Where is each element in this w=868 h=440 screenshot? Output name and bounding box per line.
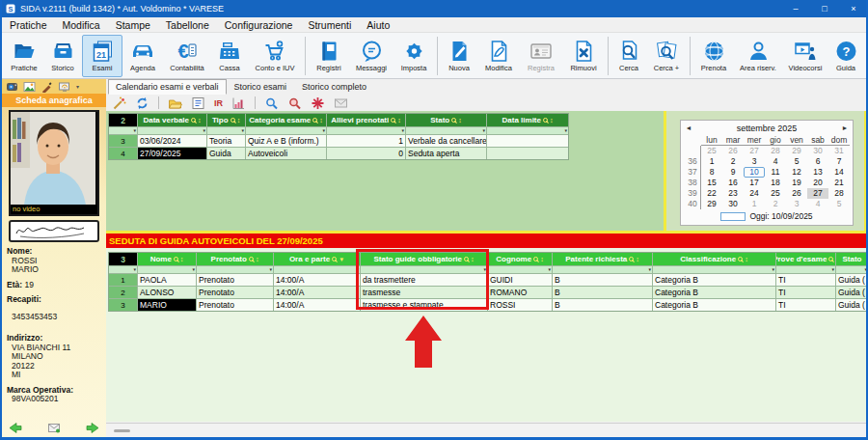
calendar-day[interactable]: 1 [701,156,722,167]
calendar-day[interactable]: 2 [722,156,744,167]
table-cell[interactable]: 03/06/2024 [138,135,206,147]
filter-cell[interactable]: ▾ [487,127,568,134]
search-icon[interactable] [264,96,279,110]
calendar-day[interactable]: 16 [722,178,744,188]
table-cell[interactable]: Guida [207,148,245,159]
calendar-day[interactable]: 30 [722,199,744,209]
chevron-down-icon[interactable]: ▾ [76,83,79,90]
table-cell[interactable]: Guida ( [836,287,868,298]
calendar-day-today[interactable]: 10 [744,167,765,178]
filter-cell[interactable]: ▾ [138,266,196,273]
column-header-data-limite[interactable]: Data limite↕ [487,114,568,126]
toolbar-button-contabilita[interactable]: € Contabilità [163,35,211,77]
tab-storico-esami[interactable]: Storico esami [227,79,295,95]
menu-pratiche[interactable]: Pratiche [2,19,55,31]
signature-pen-icon[interactable] [41,81,53,93]
filter-cell[interactable]: ▾ [327,127,405,134]
table-cell[interactable]: GUIDI [488,274,552,286]
row-count-header[interactable]: 3 [109,253,137,265]
table-cell[interactable] [487,148,568,159]
tab-calendario-esami[interactable]: Calendario esami e verbali [108,79,227,95]
toolbar-button-nuova[interactable]: Nuova [441,35,477,77]
table-cell[interactable]: 14:00/A [274,299,360,311]
table-cell[interactable]: B [553,274,652,286]
toolbar-button-videocorsi[interactable]: Videocorsi [782,35,828,77]
filter-cell[interactable]: ▾ [488,266,552,273]
column-header-tipo[interactable]: Tipo↕ [207,114,245,126]
table-cell[interactable]: TI [776,299,835,311]
toolbar-button-pratiche[interactable]: Pratiche [5,35,43,77]
column-header-cognome[interactable]: Cognome↕ [488,253,552,265]
column-header-prenotato[interactable]: Prenotato↕ [197,253,273,265]
today-label[interactable]: Oggi: 10/09/2025 [749,211,812,221]
filter-cell[interactable]: ▾ [207,127,245,134]
table-cell[interactable]: Categoria B [653,299,775,311]
list-report-icon[interactable] [191,96,205,110]
filter-cell[interactable]: ▾ [361,266,487,273]
column-header-classificazione[interactable]: Classificazione↕ [653,253,775,265]
calendar-day[interactable]: 25 [701,146,722,156]
calendar-day[interactable]: 29 [786,146,807,156]
image-icon[interactable] [23,81,36,93]
wizard-wand-icon[interactable] [112,96,126,110]
maximize-button[interactable]: □ [810,0,839,17]
calendar-day[interactable]: 24 [744,188,765,199]
filter-cell[interactable]: ▾ [109,127,137,134]
ir-report-icon[interactable]: IR [214,98,223,108]
minimize-button[interactable]: – [781,0,810,17]
toolbar-button-messaggi[interactable]: Messaggi [349,35,393,77]
calendar-day[interactable]: 1 [744,199,765,209]
menu-aiuto[interactable]: Aiuto [359,19,397,31]
toolbar-button-conto-iuv[interactable]: Conto e IUV [248,35,302,77]
column-header-allievi-prenotati[interactable]: Allievi prenotati↕ [327,114,405,126]
column-header-prove-esame[interactable]: Prove d'esame↕ [776,253,835,265]
row-count-header[interactable]: 2 [109,114,137,126]
column-header-ora-e-parte[interactable]: Ora e parte▼ [274,253,360,265]
calendar-day[interactable]: 3 [786,199,807,209]
toolbar-button-storico[interactable]: Storico [43,35,82,77]
menu-stampe[interactable]: Stampe [108,19,158,31]
calendar-day[interactable]: 30 [807,146,828,156]
row-number[interactable]: 1 [109,274,137,286]
calendar-day[interactable]: 4 [807,199,828,209]
refresh-icon[interactable] [135,96,149,110]
filter-cell[interactable]: ▾ [274,266,360,273]
calendar-day[interactable]: 19 [786,178,807,188]
table-cell[interactable]: Prenotato [197,287,273,298]
table-cell[interactable] [487,135,568,147]
calendar-day[interactable]: 31 [828,146,850,156]
filter-cell[interactable]: ▾ [653,266,775,273]
column-header-stato[interactable]: Stato↕ [406,114,486,126]
calendar-day[interactable]: 21 [828,178,850,188]
tab-storico-completo[interactable]: Storico completo [294,79,374,95]
toolbar-button-guida[interactable]: ? Guida [828,35,863,77]
previous-month-arrow-icon[interactable]: ◄ [683,121,694,136]
calendar-day[interactable]: 6 [807,156,828,167]
calendar-day-selected[interactable]: 27 [807,188,828,199]
calendar-day[interactable]: 8 [701,167,722,178]
calendar-day[interactable]: 26 [786,188,807,199]
statistics-chart-icon[interactable] [231,96,246,110]
table-cell[interactable]: Prenotato [197,274,273,286]
calendar-day[interactable]: 25 [765,188,786,199]
calendar-day[interactable]: 20 [807,178,828,188]
calendar-day[interactable]: 27 [744,146,765,156]
toolbar-button-cerca-plus[interactable]: Cerca + [646,35,687,77]
filter-cell[interactable]: ▾ [553,266,652,273]
table-cell[interactable]: Teoria [207,135,245,147]
column-header-nome[interactable]: Nome↕ [138,253,196,265]
column-header-stato-guide-obbligatorie[interactable]: Stato guide obbligatorie↕ [361,253,487,265]
calendar-day[interactable]: 2 [765,199,786,209]
calendar-day[interactable]: 7 [828,156,850,167]
table-cell[interactable]: Categoria B [653,287,775,298]
table-cell[interactable]: Quiz A e B (inform.) [246,135,326,147]
table-cell[interactable]: ROMANO [488,287,552,298]
calendar-day[interactable]: 28 [765,146,786,156]
toolbar-button-agenda[interactable]: Agenda [122,35,163,77]
table-cell[interactable]: trasmesse e stampate [361,299,487,311]
table-cell[interactable]: B [553,299,652,311]
selected-table-cell[interactable]: 27/09/2025 [138,148,206,159]
camera-icon[interactable] [6,81,18,93]
toolbar-button-registri[interactable]: Registri [309,35,349,77]
menu-configurazione[interactable]: Configurazione [217,19,301,31]
